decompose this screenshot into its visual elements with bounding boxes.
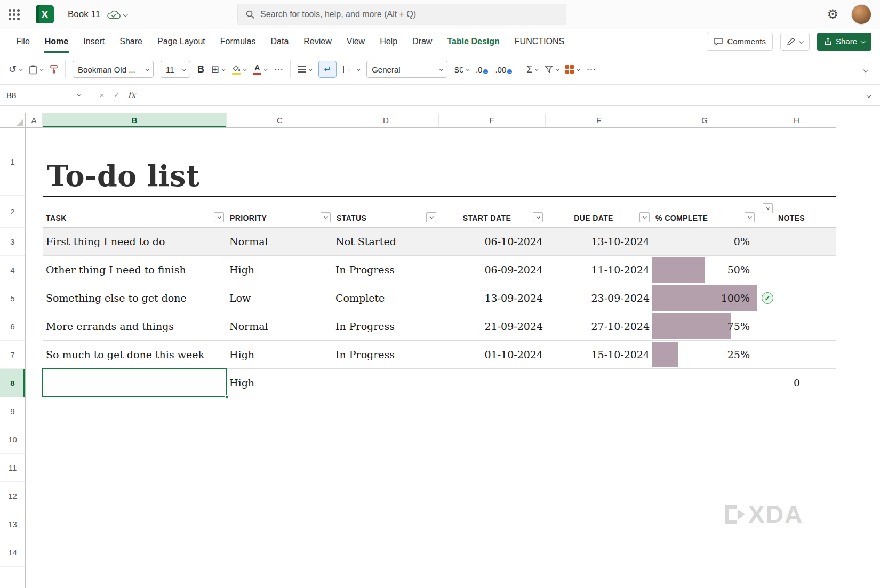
autosave-status[interactable] bbox=[107, 10, 127, 20]
notes-cell[interactable] bbox=[757, 256, 836, 284]
title-row[interactable]: To-do list bbox=[26, 128, 836, 196]
due-date-cell[interactable]: 23-09-2024 bbox=[546, 284, 652, 312]
menu-tab-review[interactable]: Review bbox=[296, 29, 339, 54]
font-name-select[interactable]: Bookman Old ... bbox=[73, 61, 154, 78]
complete-cell[interactable]: 100% bbox=[652, 284, 757, 312]
menu-tab-share[interactable]: Share bbox=[112, 29, 150, 54]
formula-bar-expand-button[interactable] bbox=[857, 90, 880, 100]
select-all-corner[interactable] bbox=[0, 113, 25, 128]
cell-a6[interactable] bbox=[26, 312, 43, 341]
status-cell[interactable]: Not Started bbox=[333, 228, 439, 256]
filter-button[interactable] bbox=[763, 203, 773, 213]
header-priority[interactable]: PRIORITY bbox=[227, 196, 333, 228]
filter-button[interactable] bbox=[533, 212, 543, 222]
autosum-button[interactable]: Σ bbox=[526, 65, 538, 74]
notes-cell[interactable] bbox=[757, 228, 836, 256]
start-date-cell[interactable]: 06-10-2024 bbox=[439, 228, 546, 256]
filter-button[interactable] bbox=[639, 212, 650, 222]
priority-cell[interactable]: Normal bbox=[227, 228, 333, 256]
row-header-14[interactable]: 14 bbox=[0, 538, 25, 567]
confirm-entry-button[interactable]: ✓ bbox=[109, 90, 124, 100]
column-header-e[interactable]: E bbox=[439, 113, 546, 127]
menu-tab-table-design[interactable]: Table Design bbox=[439, 29, 507, 54]
filter-button[interactable] bbox=[214, 212, 224, 222]
start-date-cell[interactable] bbox=[439, 369, 546, 397]
task-cell[interactable]: First thing I need to do bbox=[43, 228, 227, 256]
complete-cell[interactable] bbox=[652, 369, 757, 397]
filter-button[interactable] bbox=[426, 212, 436, 222]
complete-cell[interactable]: 75% bbox=[652, 312, 757, 341]
filter-button[interactable] bbox=[321, 212, 331, 222]
filter-button[interactable] bbox=[745, 212, 755, 222]
decrease-decimal-button[interactable]: .0← bbox=[476, 65, 489, 74]
insert-function-button[interactable]: fx bbox=[124, 90, 139, 100]
search-input[interactable]: Search for tools, help, and more (Alt + … bbox=[237, 4, 566, 25]
due-date-cell[interactable] bbox=[546, 369, 652, 397]
row-header-8[interactable]: 8 bbox=[0, 369, 25, 397]
header-notes[interactable]: NOTES bbox=[757, 196, 836, 228]
start-date-cell[interactable]: 21-09-2024 bbox=[439, 312, 546, 341]
notes-cell[interactable]: 0 bbox=[757, 369, 836, 397]
task-cell[interactable]: Something else to get done bbox=[43, 284, 227, 312]
notes-cell[interactable] bbox=[757, 341, 836, 369]
name-box[interactable]: B8 bbox=[4, 91, 85, 100]
alignment-button[interactable] bbox=[298, 66, 311, 73]
row-header-3[interactable]: 3 bbox=[0, 228, 25, 256]
fill-color-button[interactable] bbox=[231, 64, 246, 75]
row-header-6[interactable]: 6 bbox=[0, 312, 25, 341]
menu-tab-view[interactable]: View bbox=[339, 29, 372, 54]
task-cell[interactable]: Other thing I need to finish bbox=[43, 256, 227, 284]
cell-a4[interactable] bbox=[26, 256, 43, 284]
notes-cell[interactable]: ✓ bbox=[757, 284, 836, 312]
row-header-9[interactable]: 9 bbox=[0, 397, 25, 425]
row-header-4[interactable]: 4 bbox=[0, 256, 25, 284]
editing-mode-button[interactable] bbox=[780, 33, 810, 51]
workbook-title[interactable]: Book 11 bbox=[68, 9, 100, 20]
status-cell[interactable] bbox=[333, 369, 439, 397]
priority-cell[interactable]: High bbox=[227, 341, 333, 369]
settings-gear-icon[interactable]: ⚙ bbox=[827, 8, 838, 21]
header-status[interactable]: STATUS bbox=[333, 196, 439, 228]
column-header-f[interactable]: F bbox=[546, 113, 652, 127]
increase-decimal-button[interactable]: .00→ bbox=[495, 65, 512, 74]
comments-button[interactable]: Comments bbox=[707, 33, 773, 51]
header-task[interactable]: TASK bbox=[43, 196, 227, 228]
column-header-h[interactable]: H bbox=[757, 113, 836, 127]
header-start-date[interactable]: START DATE bbox=[439, 196, 546, 228]
column-header-b[interactable]: B bbox=[43, 113, 227, 127]
complete-cell[interactable]: 0% bbox=[652, 228, 757, 256]
row-header-1[interactable]: 1 bbox=[0, 128, 25, 196]
profile-avatar[interactable] bbox=[851, 4, 871, 25]
menu-tab-help[interactable]: Help bbox=[372, 29, 405, 54]
column-header-c[interactable]: C bbox=[227, 113, 333, 127]
start-date-cell[interactable]: 01-10-2024 bbox=[439, 341, 546, 369]
cell-a8[interactable] bbox=[26, 369, 43, 397]
status-cell[interactable]: In Progress bbox=[333, 256, 439, 284]
row-header-2[interactable]: 2 bbox=[0, 196, 25, 228]
font-overflow-button[interactable]: ⋯ bbox=[274, 65, 283, 74]
cell-a7[interactable] bbox=[26, 341, 43, 369]
column-header-a[interactable]: A bbox=[26, 113, 43, 127]
undo-button[interactable]: ↺ bbox=[9, 65, 22, 74]
row-header-11[interactable]: 11 bbox=[0, 454, 25, 482]
task-cell[interactable]: So much to get done this week bbox=[43, 341, 227, 369]
complete-cell[interactable]: 50% bbox=[652, 256, 757, 284]
menu-tab-insert[interactable]: Insert bbox=[76, 29, 112, 54]
share-button[interactable]: Share bbox=[817, 33, 871, 51]
column-header-g[interactable]: G bbox=[652, 113, 757, 127]
format-as-table-button[interactable] bbox=[565, 65, 579, 74]
row-header-12[interactable]: 12 bbox=[0, 482, 25, 510]
notes-cell[interactable] bbox=[757, 312, 836, 341]
priority-cell[interactable]: Normal bbox=[227, 312, 333, 341]
cancel-entry-button[interactable]: × bbox=[94, 91, 109, 100]
menu-tab-file[interactable]: File bbox=[9, 29, 37, 54]
row-header-7[interactable]: 7 bbox=[0, 341, 25, 369]
status-cell[interactable]: In Progress bbox=[333, 312, 439, 341]
formula-input[interactable] bbox=[139, 85, 857, 105]
start-date-cell[interactable]: 13-09-2024 bbox=[439, 284, 546, 312]
header-complete[interactable]: % COMPLETE bbox=[652, 196, 757, 228]
priority-cell[interactable]: High bbox=[227, 256, 333, 284]
font-color-button[interactable]: A bbox=[253, 64, 267, 75]
row-header-5[interactable]: 5 bbox=[0, 284, 25, 312]
column-header-d[interactable]: D bbox=[333, 113, 439, 127]
